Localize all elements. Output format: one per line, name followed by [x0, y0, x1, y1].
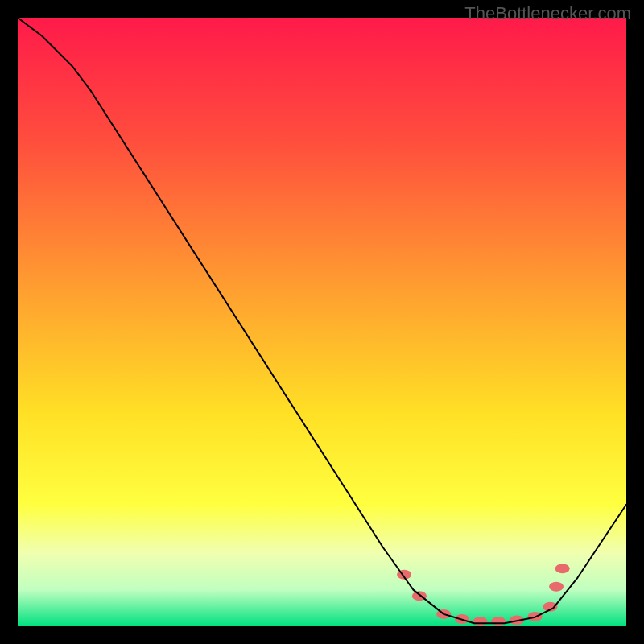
- chart-area: [18, 18, 626, 626]
- watermark-text: TheBottlenecker.com: [464, 3, 631, 24]
- curve-layer: [18, 18, 626, 626]
- markers-group: [397, 564, 570, 626]
- bottleneck-curve: [18, 18, 626, 623]
- marker-point: [491, 617, 506, 626]
- marker-point: [549, 582, 564, 592]
- marker-point: [473, 617, 488, 626]
- marker-point: [555, 564, 570, 573]
